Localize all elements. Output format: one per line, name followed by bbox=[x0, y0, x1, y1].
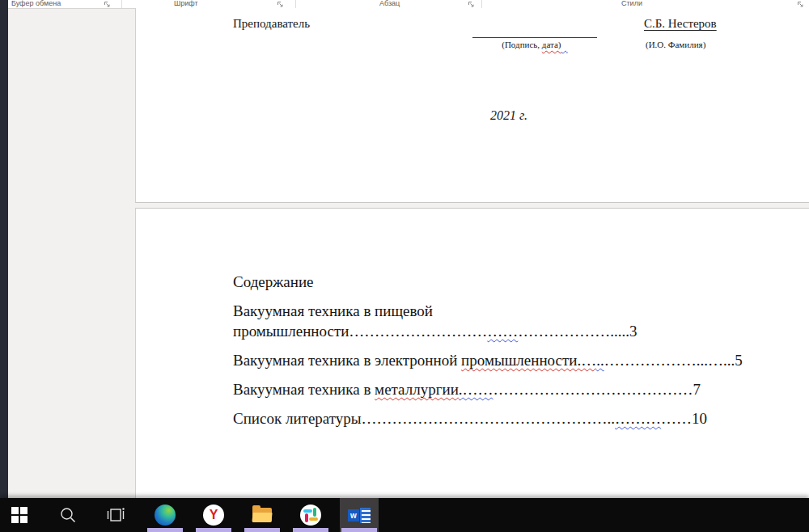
toc-text: промышленности bbox=[233, 323, 349, 340]
spelling-squiggle: металлургии bbox=[375, 381, 459, 398]
dot-leader: ………………………………………….. bbox=[362, 410, 616, 427]
taskbar-spacer bbox=[330, 498, 340, 532]
toc-heading: Содержание bbox=[233, 273, 314, 291]
slack-icon bbox=[300, 505, 321, 526]
dot-leader: ………………... bbox=[518, 323, 621, 340]
toc-text: Список литературы bbox=[233, 410, 362, 427]
toc-text: Вакуумная техника в пищевой bbox=[233, 302, 433, 319]
page-number: ……10 bbox=[661, 410, 707, 427]
word-icon: w bbox=[348, 508, 371, 523]
grammar-squiggle: ... bbox=[561, 40, 568, 49]
taskbar-spacer bbox=[184, 498, 194, 532]
teacher-name: С.Б. Нестеров bbox=[644, 17, 717, 31]
running-indicator bbox=[196, 528, 231, 532]
page-number: ...…...5 bbox=[697, 352, 743, 369]
toc-entry-food-industry-line1: Вакуумная техника в пищевой bbox=[233, 302, 433, 320]
taskbar-spacer bbox=[282, 498, 291, 532]
page-number: …7 bbox=[678, 381, 701, 398]
file-explorer-icon bbox=[252, 508, 272, 522]
ribbon-group-clipboard: Буфер обмена bbox=[11, 0, 61, 7]
running-indicator bbox=[293, 528, 328, 532]
taskbar-app-slack[interactable] bbox=[291, 498, 330, 532]
document-page-1[interactable]: Преподаватель (Подпись, дата)... С.Б. Не… bbox=[135, 8, 809, 203]
year-text: 2021 г. bbox=[490, 108, 527, 123]
taskbar-spacer bbox=[87, 498, 97, 532]
toc-entry-food-industry-line2: промышленности…………………………………………….....3 bbox=[233, 323, 637, 340]
name-caption: (И.О. Фамилия) bbox=[646, 40, 705, 49]
grammar-squiggle: ……… bbox=[615, 410, 661, 427]
background-window-edge bbox=[0, 0, 8, 498]
taskbar-app-file-explorer[interactable] bbox=[243, 498, 282, 532]
start-button[interactable] bbox=[0, 498, 39, 532]
toc-text: Вакуумная техника в электронной bbox=[233, 352, 461, 369]
taskbar-spacer bbox=[136, 498, 146, 532]
running-indicator bbox=[341, 528, 377, 532]
running-indicator bbox=[147, 528, 183, 532]
clipboard-dialog-launcher-icon[interactable] bbox=[104, 1, 111, 8]
grammar-squiggle: .. bbox=[596, 352, 604, 369]
taskbar-app-yandex-browser[interactable]: Y bbox=[194, 498, 233, 532]
grammar-squiggle: …… bbox=[487, 323, 518, 340]
task-view-button[interactable] bbox=[97, 498, 136, 532]
styles-dialog-launcher-icon[interactable] bbox=[797, 1, 804, 8]
toc-text: Вакуумная техника в bbox=[233, 381, 375, 398]
signature-caption-text: (Подпись, bbox=[502, 40, 542, 49]
yandex-browser-icon: Y bbox=[203, 505, 224, 526]
dot-leader: ……………… bbox=[604, 352, 697, 369]
dot-leader: ……………………………… bbox=[493, 381, 678, 398]
taskbar-app-edge[interactable] bbox=[146, 498, 184, 532]
dot-leader: ……………………… bbox=[349, 323, 487, 340]
document-page-2[interactable]: Содержание Вакуумная техника в пищевой п… bbox=[135, 208, 809, 499]
font-dialog-launcher-icon[interactable] bbox=[277, 1, 284, 8]
taskbar-spacer bbox=[233, 498, 243, 532]
signature-line bbox=[472, 18, 597, 38]
toc-entry-bibliography: Список литературы…………………………………………..……………… bbox=[233, 410, 707, 428]
grammar-squiggle: .…… bbox=[459, 381, 493, 398]
page-number: ..3 bbox=[622, 323, 637, 340]
toc-entry-electronics-industry: Вакуумная техника в электронной промышле… bbox=[233, 352, 743, 369]
search-button[interactable] bbox=[49, 498, 87, 532]
toc-entry-metallurgy: Вакуумная техника в металлургии.……………………… bbox=[233, 381, 701, 399]
spelling-squiggle: промышленности.… bbox=[461, 352, 596, 369]
teacher-label: Преподаватель bbox=[233, 17, 310, 31]
edge-icon bbox=[155, 505, 176, 526]
ribbon-separator bbox=[295, 0, 296, 8]
signature-caption: (Подпись, дата)... bbox=[472, 40, 597, 49]
search-icon bbox=[59, 506, 77, 524]
taskbar: Y w bbox=[0, 498, 809, 532]
running-indicator bbox=[244, 528, 280, 532]
ribbon-group-font: Шрифт bbox=[174, 0, 198, 7]
ribbon-separator bbox=[481, 0, 482, 8]
word-window: Буфер обмена Шрифт Абзац Стили Преподава… bbox=[8, 0, 809, 498]
paragraph-dialog-launcher-icon[interactable] bbox=[468, 1, 475, 8]
ribbon-group-styles: Стили bbox=[621, 0, 642, 7]
task-view-icon bbox=[107, 507, 126, 523]
windows-logo-icon bbox=[11, 507, 28, 523]
taskbar-app-word[interactable]: w bbox=[340, 498, 379, 532]
taskbar-spacer bbox=[39, 498, 49, 532]
signature-caption-misspelled: дата) bbox=[542, 40, 561, 49]
ribbon-group-paragraph: Абзац bbox=[379, 0, 400, 7]
ribbon-separator bbox=[121, 0, 122, 8]
